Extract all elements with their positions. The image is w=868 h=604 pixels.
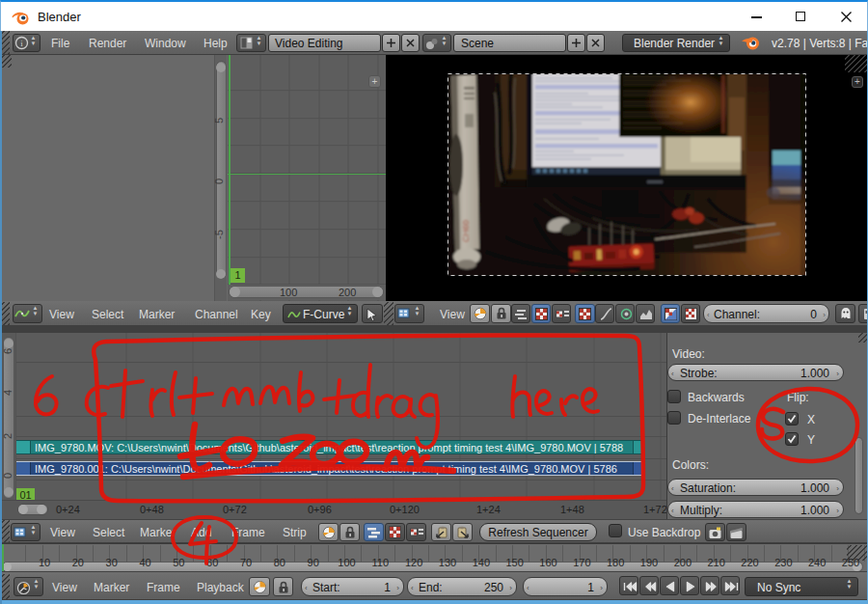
svg-text:i: i: [20, 39, 23, 48]
